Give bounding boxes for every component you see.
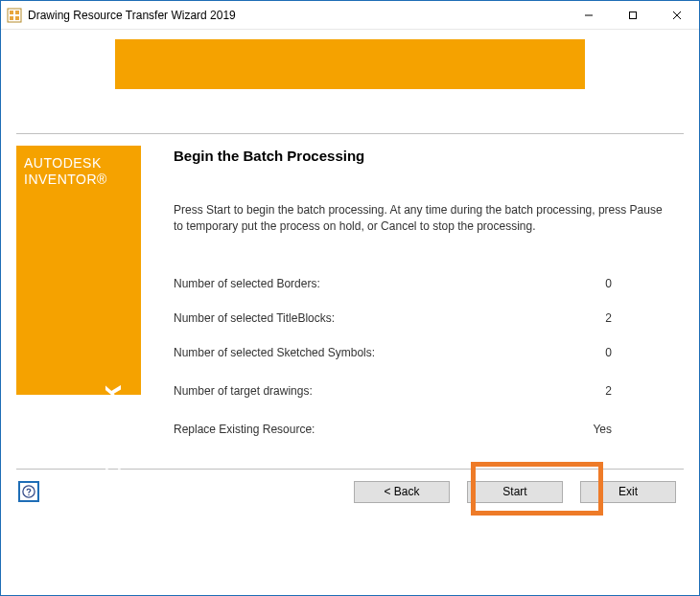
svg-rect-2 xyxy=(15,11,19,14)
window-title: Drawing Resource Transfer Wizard 2019 xyxy=(28,9,567,22)
targets-label: Number of target drawings: xyxy=(174,384,313,398)
brand-line2: INVENTOR® xyxy=(24,172,133,188)
targets-value: 2 xyxy=(605,384,665,398)
page-heading: Begin the Batch Processing xyxy=(174,146,665,164)
row-borders: Number of selected Borders: 0 xyxy=(174,277,665,290)
brand-side: Autodesk xyxy=(95,385,128,545)
close-button[interactable] xyxy=(655,1,699,29)
svg-rect-6 xyxy=(630,11,637,18)
row-targets: Number of target drawings: 2 xyxy=(174,384,665,398)
symbols-value: 0 xyxy=(605,346,665,359)
minimize-button[interactable] xyxy=(567,1,611,29)
titlebar: Drawing Resource Transfer Wizard 2019 xyxy=(1,1,699,30)
maximize-button[interactable] xyxy=(611,1,655,29)
borders-value: 0 xyxy=(605,277,665,290)
symbols-label: Number of selected Sketched Symbols: xyxy=(174,346,375,359)
window-controls xyxy=(567,1,699,29)
borders-label: Number of selected Borders: xyxy=(174,277,320,290)
help-button[interactable] xyxy=(18,481,39,502)
app-icon xyxy=(7,8,22,23)
footer: < Back Start Exit xyxy=(1,470,699,503)
banner xyxy=(115,39,585,89)
wizard-buttons: < Back Start Exit xyxy=(354,481,676,503)
page-description: Press Start to begin the batch processin… xyxy=(174,202,665,235)
titleblocks-value: 2 xyxy=(605,311,665,325)
replace-label: Replace Existing Resource: xyxy=(174,423,315,436)
row-titleblocks: Number of selected TitleBlocks: 2 xyxy=(174,311,665,325)
content: AUTODESK INVENTOR® Autodesk Begin the Ba… xyxy=(1,134,699,457)
brand-panel: AUTODESK INVENTOR® Autodesk xyxy=(16,146,141,395)
banner-area xyxy=(1,30,699,95)
autodesk-logo-icon xyxy=(101,524,122,545)
titleblocks-label: Number of selected TitleBlocks: xyxy=(174,311,335,325)
row-replace: Replace Existing Resource: Yes xyxy=(174,423,665,436)
main-panel: Begin the Batch Processing Press Start t… xyxy=(174,146,684,457)
row-symbols: Number of selected Sketched Symbols: 0 xyxy=(174,346,665,359)
start-button[interactable]: Start xyxy=(467,481,563,503)
brand-line1: AUTODESK xyxy=(24,155,133,172)
help-icon xyxy=(22,485,35,498)
svg-rect-3 xyxy=(10,16,13,20)
brand-text: AUTODESK INVENTOR® xyxy=(24,155,133,188)
svg-rect-4 xyxy=(15,16,19,20)
svg-point-10 xyxy=(28,494,30,496)
svg-rect-1 xyxy=(10,11,13,14)
replace-value: Yes xyxy=(593,423,665,436)
exit-button[interactable]: Exit xyxy=(580,481,676,503)
back-button[interactable]: < Back xyxy=(354,481,450,503)
